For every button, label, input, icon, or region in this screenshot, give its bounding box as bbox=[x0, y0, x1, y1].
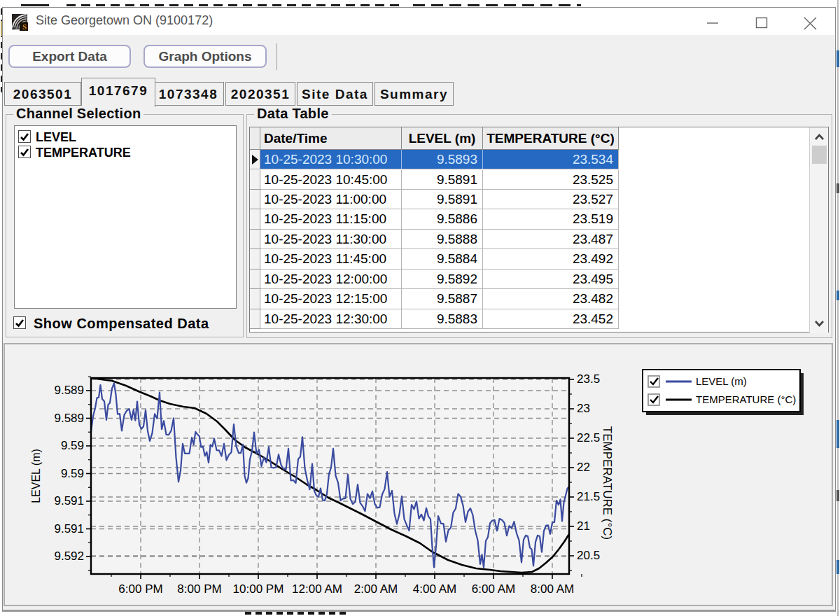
svg-text:TEMPERATURE (°C): TEMPERATURE (°C) bbox=[696, 393, 796, 405]
svg-text:6:00 PM: 6:00 PM bbox=[118, 582, 162, 596]
svg-text:12:00 AM: 12:00 AM bbox=[292, 582, 342, 596]
svg-text:LEVEL (m): LEVEL (m) bbox=[696, 375, 747, 387]
svg-text:21.5: 21.5 bbox=[577, 490, 600, 503]
svg-text:S: S bbox=[22, 22, 27, 31]
svg-text:9.591: 9.591 bbox=[54, 494, 84, 507]
svg-text:9.589: 9.589 bbox=[54, 412, 84, 425]
svg-text:TEMPERATURE (°C): TEMPERATURE (°C) bbox=[601, 426, 614, 540]
svg-text:8:00 AM: 8:00 AM bbox=[531, 582, 574, 596]
svg-text:22: 22 bbox=[577, 461, 590, 474]
svg-text:10:00 PM: 10:00 PM bbox=[233, 582, 284, 596]
svg-text:LEVEL (m): LEVEL (m) bbox=[30, 449, 42, 503]
svg-text:6:00 AM: 6:00 AM bbox=[472, 582, 515, 596]
svg-text:9.59: 9.59 bbox=[61, 467, 84, 480]
svg-text:9.589: 9.589 bbox=[54, 384, 84, 397]
svg-text:22.5: 22.5 bbox=[577, 431, 600, 444]
svg-text:23: 23 bbox=[577, 402, 590, 415]
svg-text:20.5: 20.5 bbox=[577, 549, 600, 562]
svg-text:9.59: 9.59 bbox=[61, 439, 84, 452]
svg-text:8:00 PM: 8:00 PM bbox=[177, 582, 221, 596]
svg-text:21: 21 bbox=[577, 519, 590, 533]
svg-text:9.592: 9.592 bbox=[54, 550, 84, 563]
svg-text:9.591: 9.591 bbox=[54, 522, 84, 536]
svg-text:23.5: 23.5 bbox=[577, 372, 600, 386]
svg-text:2:00 AM: 2:00 AM bbox=[354, 582, 398, 596]
svg-text:4:00 AM: 4:00 AM bbox=[413, 582, 456, 596]
